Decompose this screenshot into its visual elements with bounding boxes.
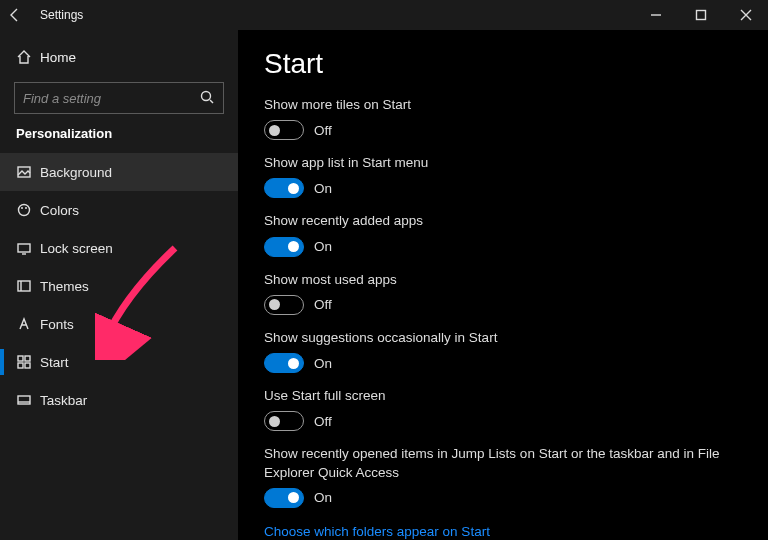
setting-label: Use Start full screen xyxy=(264,387,724,405)
sidebar-item-lock-screen[interactable]: Lock screen xyxy=(0,229,238,267)
sidebar-item-label: Fonts xyxy=(40,317,74,332)
toggle-more-tiles[interactable] xyxy=(264,120,304,140)
arrow-left-icon xyxy=(7,7,23,23)
window-title: Settings xyxy=(40,8,83,22)
svg-point-5 xyxy=(25,207,27,209)
setting-most-used: Show most used apps Off xyxy=(264,271,742,315)
svg-point-4 xyxy=(21,207,23,209)
start-icon xyxy=(16,354,32,370)
setting-label: Show recently added apps xyxy=(264,212,724,230)
toggle-most-used[interactable] xyxy=(264,295,304,315)
sidebar: Home Find a setting Personalization Back… xyxy=(0,30,238,540)
svg-rect-6 xyxy=(18,244,30,252)
picture-icon xyxy=(16,164,32,180)
toggle-state: Off xyxy=(314,123,332,138)
sidebar-item-fonts[interactable]: Fonts xyxy=(0,305,238,343)
toggle-state: On xyxy=(314,181,332,196)
sidebar-item-label: Lock screen xyxy=(40,241,113,256)
palette-icon xyxy=(16,202,32,218)
svg-rect-8 xyxy=(18,356,23,361)
setting-jump-lists: Show recently opened items in Jump Lists… xyxy=(264,445,742,507)
page-title: Start xyxy=(264,48,742,80)
toggle-app-list[interactable] xyxy=(264,178,304,198)
back-button[interactable] xyxy=(0,0,30,30)
svg-rect-9 xyxy=(25,356,30,361)
search-input[interactable]: Find a setting xyxy=(14,82,224,114)
svg-point-1 xyxy=(202,91,211,100)
setting-suggestions: Show suggestions occasionally in Start O… xyxy=(264,329,742,373)
setting-label: Show more tiles on Start xyxy=(264,96,724,114)
sidebar-item-themes[interactable]: Themes xyxy=(0,267,238,305)
sidebar-item-label: Taskbar xyxy=(40,393,87,408)
sidebar-item-label: Start xyxy=(40,355,69,370)
sidebar-item-background[interactable]: Background xyxy=(0,153,238,191)
lock-screen-icon xyxy=(16,240,32,256)
close-button[interactable] xyxy=(723,0,768,30)
setting-label: Show recently opened items in Jump Lists… xyxy=(264,445,724,481)
svg-rect-11 xyxy=(25,363,30,368)
svg-point-3 xyxy=(19,205,30,216)
search-icon xyxy=(199,89,215,105)
fonts-icon xyxy=(16,316,32,332)
sidebar-item-start[interactable]: Start xyxy=(0,343,238,381)
minimize-icon xyxy=(648,7,664,23)
setting-full-screen: Use Start full screen Off xyxy=(264,387,742,431)
sidebar-item-label: Themes xyxy=(40,279,89,294)
search-placeholder: Find a setting xyxy=(23,91,199,106)
themes-icon xyxy=(16,278,32,294)
toggle-state: Off xyxy=(314,297,332,312)
sidebar-item-label: Background xyxy=(40,165,112,180)
setting-tiles: Show more tiles on Start Off xyxy=(264,96,742,140)
sidebar-item-colors[interactable]: Colors xyxy=(0,191,238,229)
home-label: Home xyxy=(40,50,76,65)
svg-rect-7 xyxy=(18,281,30,291)
svg-rect-0 xyxy=(696,11,705,20)
toggle-full-screen[interactable] xyxy=(264,411,304,431)
close-icon xyxy=(738,7,754,23)
maximize-icon xyxy=(693,7,709,23)
setting-label: Show suggestions occasionally in Start xyxy=(264,329,724,347)
toggle-state: On xyxy=(314,356,332,371)
setting-label: Show app list in Start menu xyxy=(264,154,724,172)
home-icon xyxy=(16,49,32,65)
toggle-recently-added[interactable] xyxy=(264,237,304,257)
sidebar-item-label: Colors xyxy=(40,203,79,218)
svg-rect-12 xyxy=(18,396,30,404)
folders-link[interactable]: Choose which folders appear on Start xyxy=(264,524,490,539)
minimize-button[interactable] xyxy=(633,0,678,30)
category-label: Personalization xyxy=(0,124,238,153)
taskbar-icon xyxy=(16,392,32,408)
home-button[interactable]: Home xyxy=(0,38,238,76)
maximize-button[interactable] xyxy=(678,0,723,30)
sidebar-item-taskbar[interactable]: Taskbar xyxy=(0,381,238,419)
setting-recently-added: Show recently added apps On xyxy=(264,212,742,256)
toggle-suggestions[interactable] xyxy=(264,353,304,373)
content-pane: Start Show more tiles on Start Off Show … xyxy=(238,30,768,540)
setting-app-list: Show app list in Start menu On xyxy=(264,154,742,198)
toggle-jump-lists[interactable] xyxy=(264,488,304,508)
titlebar: Settings xyxy=(0,0,768,30)
toggle-state: On xyxy=(314,239,332,254)
toggle-state: On xyxy=(314,490,332,505)
setting-label: Show most used apps xyxy=(264,271,724,289)
svg-rect-10 xyxy=(18,363,23,368)
toggle-state: Off xyxy=(314,414,332,429)
